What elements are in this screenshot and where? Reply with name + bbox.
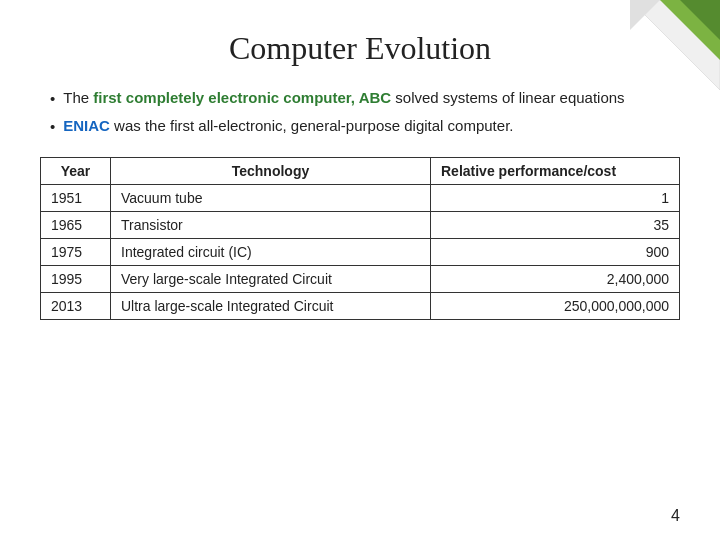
bullet-text-1: The first completely electronic computer… (63, 87, 624, 108)
header-technology: Technology (111, 158, 431, 185)
table-row: 1995Very large-scale Integrated Circuit2… (41, 266, 680, 293)
page-title: Computer Evolution (40, 30, 680, 67)
bullet-item-1: • The first completely electronic comput… (50, 87, 680, 109)
page-number: 4 (671, 507, 680, 525)
bullet-item-2: • ENIAC was the first all-electronic, ge… (50, 115, 680, 137)
corner-decoration (630, 0, 720, 90)
table-header-row: Year Technology Relative performance/cos… (41, 158, 680, 185)
page-container: Computer Evolution • The first completel… (0, 0, 720, 540)
cell-year-2: 1975 (41, 239, 111, 266)
bullet-dot-1: • (50, 88, 55, 109)
cell-perf-0: 1 (431, 185, 680, 212)
cell-tech-3: Very large-scale Integrated Circuit (111, 266, 431, 293)
cell-perf-3: 2,400,000 (431, 266, 680, 293)
cell-year-0: 1951 (41, 185, 111, 212)
table-row: 1975Integrated circuit (IC)900 (41, 239, 680, 266)
header-year: Year (41, 158, 111, 185)
cell-tech-1: Transistor (111, 212, 431, 239)
table-row: 1951Vacuum tube1 (41, 185, 680, 212)
cell-year-3: 1995 (41, 266, 111, 293)
cell-tech-2: Integrated circuit (IC) (111, 239, 431, 266)
cell-year-1: 1965 (41, 212, 111, 239)
bullet-text-2: ENIAC was the first all-electronic, gene… (63, 115, 513, 136)
cell-year-4: 2013 (41, 293, 111, 320)
cell-perf-2: 900 (431, 239, 680, 266)
cell-tech-4: Ultra large-scale Integrated Circuit (111, 293, 431, 320)
cell-tech-0: Vacuum tube (111, 185, 431, 212)
bullets-section: • The first completely electronic comput… (40, 87, 680, 137)
performance-table: Year Technology Relative performance/cos… (40, 157, 680, 320)
cell-perf-1: 35 (431, 212, 680, 239)
bullet-dot-2: • (50, 116, 55, 137)
table-row: 1965Transistor35 (41, 212, 680, 239)
highlight-eniac: ENIAC (63, 117, 110, 134)
cell-perf-4: 250,000,000,000 (431, 293, 680, 320)
table-row: 2013Ultra large-scale Integrated Circuit… (41, 293, 680, 320)
highlight-abc: first completely electronic computer, AB… (93, 89, 391, 106)
header-performance: Relative performance/cost (431, 158, 680, 185)
